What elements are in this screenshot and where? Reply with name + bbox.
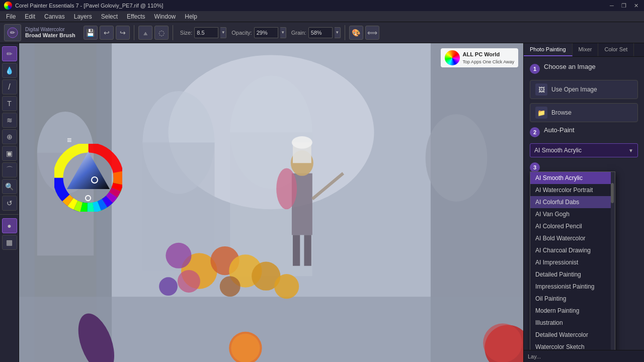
line-tool[interactable]: / <box>2 79 17 95</box>
grain-label: Grain: <box>291 30 306 36</box>
rotate-tool[interactable]: ↺ <box>2 196 17 211</box>
restore-button[interactable]: ❐ <box>620 2 628 10</box>
menu-edit[interactable]: Edit <box>21 12 39 21</box>
dropdown-item-detailed-watercolor[interactable]: Detailed Watercolor <box>530 329 615 341</box>
step1-label: Choose an Image <box>544 63 596 70</box>
step2-row: 2 Auto-Paint <box>530 126 638 137</box>
opacity-arrow[interactable]: ▼ <box>280 27 286 38</box>
brush-mode2[interactable]: ◌ <box>154 26 169 40</box>
tool-separator <box>0 214 19 215</box>
menu-help[interactable]: Help <box>181 12 201 21</box>
menubar: File Edit Canvas Layers Select Effects W… <box>0 11 644 22</box>
brush-category: Digital Watercolor <box>25 27 75 32</box>
dropdown-item-oil-painting[interactable]: Oil Painting <box>530 293 615 305</box>
svg-point-53 <box>86 196 91 201</box>
brush-name: Broad Water Brush <box>25 32 75 38</box>
size-input[interactable] <box>194 27 218 38</box>
menu-window[interactable]: Window <box>150 12 180 21</box>
close-button[interactable]: ✕ <box>632 2 640 10</box>
symmetry-button[interactable]: ⟺ <box>365 26 379 40</box>
color-wheel-container[interactable]: ≡ <box>54 144 122 213</box>
brush-info: Digital Watercolor Broad Water Brush <box>25 27 75 38</box>
paper-texture-tool[interactable]: ▦ <box>2 235 17 250</box>
dropdown-item-detailed-painting[interactable]: Detailed Painting <box>530 268 615 281</box>
right-panel: Photo Painting Mixer Color Set 1 Choose … <box>523 43 644 362</box>
menu-select[interactable]: Select <box>97 12 122 21</box>
dropdown-item-illustration[interactable]: Illustration <box>530 317 615 329</box>
panel-tabs: Photo Painting Mixer Color Set <box>524 43 644 57</box>
toolbar: ✏ Digital Watercolor Broad Water Brush 💾… <box>0 22 644 43</box>
brush-mode1[interactable]: ⟁ <box>138 26 152 40</box>
dropdown-item-impressionist-painting[interactable]: Impressionist Painting <box>530 281 615 293</box>
tab-photo-painting[interactable]: Photo Painting <box>524 43 573 56</box>
color-mixer-tool[interactable]: ● <box>2 218 17 233</box>
dropdown-item-ai-bold-watercolor[interactable]: AI Bold Watercolor <box>530 232 615 244</box>
color-wheel-menu-icon[interactable]: ≡ <box>67 136 71 145</box>
svg-point-34 <box>231 334 260 362</box>
autopaint-dropdown-container: AI Smooth Acrylic ▼ AI Smooth Acrylic AI… <box>530 143 638 157</box>
color-palette-button[interactable]: 🎨 <box>349 26 363 40</box>
dropdown-scrollbar-thumb <box>611 183 614 203</box>
autopaint-dropdown[interactable]: AI Smooth Acrylic ▼ <box>530 143 638 157</box>
dropper-tool[interactable]: 💧 <box>2 63 17 78</box>
step1-number: 1 <box>530 64 540 74</box>
menu-file[interactable]: File <box>2 12 20 21</box>
menu-layers[interactable]: Layers <box>70 12 96 21</box>
save-button[interactable]: 💾 <box>84 26 98 40</box>
dropdown-item-ai-impressionist[interactable]: AI Impressionist <box>530 256 615 268</box>
browse-button[interactable]: 📁 Browse <box>530 103 638 122</box>
size-arrow[interactable]: ▼ <box>220 27 226 38</box>
magnify-tool[interactable]: 🔍 <box>2 179 17 194</box>
svg-rect-22 <box>304 235 311 265</box>
svg-point-31 <box>274 274 299 299</box>
browse-icon: 📁 <box>535 107 547 119</box>
grain-arrow[interactable]: ▼ <box>335 27 341 38</box>
layers-strip: Lay... <box>524 350 644 362</box>
tab-color-set[interactable]: Color Set <box>598 43 634 56</box>
transform-tool[interactable]: ⊕ <box>2 129 17 144</box>
svg-point-25 <box>166 243 191 268</box>
brush-tool[interactable]: ✏ <box>2 46 17 61</box>
dropdown-item-ai-smooth-acrylic[interactable]: AI Smooth Acrylic <box>530 172 615 184</box>
smear-tool[interactable]: ⌒ <box>2 162 17 177</box>
use-open-image-button[interactable]: 🖼 Use Open Image <box>530 80 638 99</box>
text-tool[interactable]: T <box>2 96 17 111</box>
step2-number: 2 <box>530 127 540 137</box>
dropdown-item-ai-colored-pencil[interactable]: AI Colored Pencil <box>530 220 615 232</box>
dropdown-item-watercolor-sketch[interactable]: Watercolor Sketch <box>530 341 615 350</box>
dropdown-item-ai-charcoal-drawing[interactable]: AI Charcoal Drawing <box>530 244 615 256</box>
tab-mixer[interactable]: Mixer <box>573 43 599 56</box>
left-tools-panel: ✏ 💧 / T ≋ ⊕ ▣ ⌒ 🔍 ↺ ● ▦ <box>0 43 19 362</box>
grain-input[interactable] <box>308 27 333 38</box>
blender-tool[interactable]: ≋ <box>2 113 17 128</box>
dropdown-scrollbar[interactable] <box>611 172 615 350</box>
minimize-button[interactable]: ─ <box>608 2 616 10</box>
color-wheel[interactable] <box>54 144 122 212</box>
step2-label: Auto-Paint <box>544 126 575 134</box>
canvas-area[interactable]: ALL PC World Top Apps One Click Away ≡ <box>19 43 523 362</box>
menu-canvas[interactable]: Canvas <box>40 12 69 21</box>
undo-button[interactable]: ↩ <box>100 26 114 40</box>
separator1 <box>134 25 134 40</box>
dropdown-item-ai-watercolor-portrait[interactable]: AI Watercolor Portrait <box>530 184 615 196</box>
opacity-input[interactable] <box>254 27 278 38</box>
titlebar-title: Corel Painter Essentials 7 - [Pavel Golo… <box>15 3 163 9</box>
redo-button[interactable]: ↪ <box>116 26 130 40</box>
use-open-image-icon: 🖼 <box>535 83 547 96</box>
watermark-text: ALL PC World Top Apps One Click Away <box>463 51 514 65</box>
main-area: ✏ 💧 / T ≋ ⊕ ▣ ⌒ 🔍 ↺ ● ▦ <box>0 43 644 362</box>
dropdown-item-ai-van-gogh[interactable]: AI Van Gogh <box>530 208 615 220</box>
brush-selector[interactable]: ✏ <box>4 24 21 41</box>
dropdown-item-ai-colorful-dabs[interactable]: AI Colorful Dabs <box>530 196 615 208</box>
step3-row: 3 <box>530 161 638 172</box>
dropdown-selected-value: AI Smooth Acrylic <box>534 147 582 154</box>
dropdown-item-modern-painting[interactable]: Modern Painting <box>530 305 615 317</box>
separator3 <box>345 25 345 40</box>
layers-label: Lay... <box>528 353 541 359</box>
svg-point-36 <box>483 323 522 362</box>
menu-effects[interactable]: Effects <box>123 12 149 21</box>
opacity-label: Opacity: <box>231 30 252 36</box>
crop-tool[interactable]: ▣ <box>2 146 17 161</box>
size-label: Size: <box>180 30 192 36</box>
use-open-image-label: Use Open Image <box>551 86 597 93</box>
